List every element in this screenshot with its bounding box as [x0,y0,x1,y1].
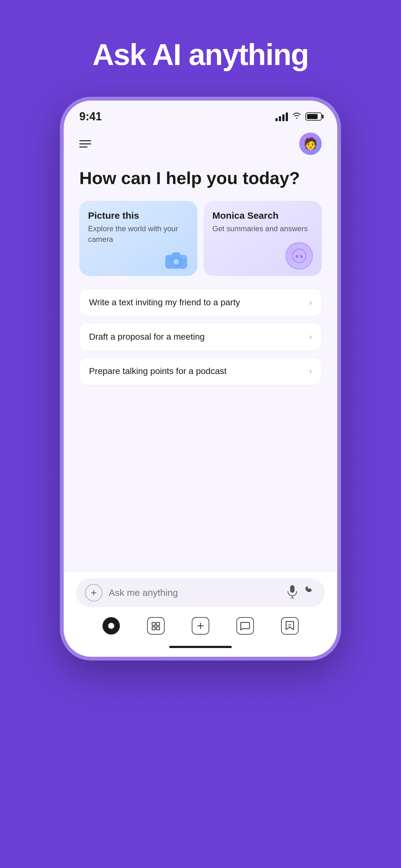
chevron-right-icon: › [309,366,312,376]
tab-chat[interactable] [147,617,165,634]
svg-point-4 [292,249,306,263]
suggestion-meeting-text: Draft a proposal for a meeting [89,332,205,342]
input-row: + [76,578,325,607]
svg-rect-15 [157,627,160,630]
suggestion-meeting-proposal[interactable]: Draft a proposal for a meeting › [79,323,322,351]
feature-card-picture-this[interactable]: Picture this Explore the world with your… [79,201,197,276]
svg-point-11 [110,624,113,627]
phone-frame: 9:41 [60,97,341,660]
tab-bookmarks-icon [281,617,299,634]
suggestion-podcast-text: Prepare talking points for a podcast [89,366,226,376]
svg-point-5 [296,255,298,258]
chevron-right-icon: › [309,298,312,307]
status-icons [275,112,322,122]
phone-icon[interactable] [304,586,316,600]
svg-rect-12 [152,622,155,625]
svg-rect-13 [157,622,160,625]
feature-card-monica-search[interactable]: Monica Search Get summaries and answers [204,201,322,276]
svg-rect-3 [182,256,185,258]
tab-add[interactable] [192,617,209,634]
top-nav: 🧑 [64,126,337,158]
home-indicator [169,646,232,648]
tab-add-icon [192,617,209,634]
tab-home[interactable] [102,617,120,634]
tab-bookmarks[interactable] [281,617,299,634]
svg-point-2 [174,260,178,264]
tab-home-icon [102,617,120,634]
card-monica-title: Monica Search [212,210,313,221]
ask-input[interactable] [109,587,280,598]
tab-messages[interactable] [236,617,254,634]
status-bar: 9:41 [64,101,337,126]
suggestion-party-invite[interactable]: Write a text inviting my friend to a par… [79,288,322,316]
status-time: 9:41 [79,110,102,123]
tab-messages-icon [236,617,254,634]
svg-rect-7 [290,585,295,593]
card-monica-subtitle: Get summaries and answers [212,223,313,237]
camera-icon [88,249,189,270]
wifi-icon [292,112,302,122]
tab-chat-icon [147,617,165,634]
svg-point-6 [300,255,303,258]
phone-screen: 9:41 [64,101,337,657]
main-content: How can I help you today? Picture this E… [64,158,337,572]
suggestion-party-text: Write a text inviting my friend to a par… [89,298,240,307]
svg-rect-14 [152,627,155,630]
suggestion-podcast[interactable]: Prepare talking points for a podcast › [79,357,322,385]
signal-icon [275,112,288,121]
menu-button[interactable] [79,140,91,148]
avatar[interactable]: 🧑 [299,132,322,155]
feature-cards: Picture this Explore the world with your… [79,201,322,276]
chevron-right-icon: › [309,332,312,342]
plus-icon: + [91,588,97,598]
page-title: Ask AI anything [93,37,308,72]
greeting-title: How can I help you today? [79,167,322,188]
battery-icon [305,113,322,121]
tab-bar [76,612,325,637]
monica-icon [212,242,313,270]
mic-icon[interactable] [287,585,298,601]
add-button[interactable]: + [85,584,102,601]
suggestions-list: Write a text inviting my friend to a par… [79,288,322,385]
card-picture-subtitle: Explore the world with your camera [88,223,189,244]
card-picture-title: Picture this [88,210,189,221]
bottom-bar: + [64,572,337,657]
